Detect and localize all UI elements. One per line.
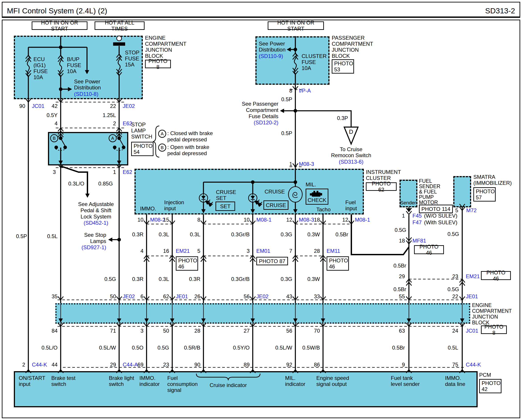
wire-05rb: 0.5R/B [184, 345, 200, 351]
see-power-dist-2-ref[interactable]: (SD110-9) [259, 53, 283, 59]
wire-05br-1: 0.5Br [336, 231, 348, 237]
wire-05g-smatra2: 0.5G [447, 286, 459, 292]
fuse-cluster-label: CLUSTER FUSE 10A [302, 53, 327, 71]
pin-18-mf81: 18 [399, 238, 405, 244]
pcm-engine-speed: Engine speed signal output [316, 375, 349, 387]
ecjb-top-label: ENGINE COMPARTMENT JUNCTION BLOCK [145, 35, 186, 59]
pin-3b: 3 [140, 328, 143, 334]
wire-05p-1: 0.5P [281, 96, 292, 102]
tacho-label: Tacho [316, 206, 330, 212]
see-passenger-fuse-ref[interactable]: (SD120-2) [254, 120, 278, 126]
pin-22-je01: 22 [452, 293, 458, 299]
fuse-ecu-label: ECU (IG1) FUSE 10A [33, 56, 48, 80]
cruise-label: CRUISE [265, 189, 285, 195]
conn-jc01-top: JC01 [32, 103, 44, 109]
pin-70: 70 [314, 328, 320, 334]
mil-label: MIL. [306, 181, 316, 188]
conn-m083-top: M08-3 [299, 161, 314, 167]
cruise-box: CRUISE [263, 200, 288, 210]
triangle-d-label: D [349, 129, 353, 135]
photo-8-band: PHOTO 8 [481, 325, 507, 334]
conn-m081-2: M08-1 [355, 217, 370, 223]
wire-05p-left: 0.5P [16, 233, 27, 239]
pin-1-f45: 1 [402, 213, 405, 219]
conn-m083-bottom: M08-3 [299, 217, 314, 223]
wire-03w-2: 0.3W [307, 276, 320, 282]
wire-03w-1: 0.3W [307, 231, 320, 237]
pin-44: 44 [52, 362, 58, 368]
cruise-set-label: CRUISE SET [216, 189, 236, 201]
pcm-fuel-tank-sender: Fuel tank level sender [391, 375, 420, 387]
switch-b-circle: B [50, 134, 58, 142]
pcm-onstart-input: ON/START input [19, 375, 45, 387]
pin-69: 69 [138, 362, 143, 368]
wire-03r-2: 0.3R [132, 276, 143, 282]
see-adjustable-pedal-ref[interactable]: (SD452-1) [84, 220, 108, 226]
set-box: SET [215, 202, 235, 211]
wire-03g-2: 0.3G [281, 276, 292, 282]
legend-b-text: : Open with brake pedal depressed [167, 144, 209, 157]
photo-62: PHOTO 62 [366, 182, 397, 191]
to-cruise-remocon-ref[interactable]: (SD313-6) [339, 159, 364, 165]
pcm-brake-light-switch: Brake light switch [109, 375, 134, 387]
pin-50b: 50 [163, 328, 169, 334]
conn-ipa: I/P-A [299, 88, 311, 94]
wire-03r-3: 0.3R [189, 276, 200, 282]
pin-62: 62 [163, 293, 169, 299]
conn-m081-1: M08-1 [256, 217, 271, 223]
wire-05br-4: 0.5Br [392, 345, 405, 351]
pin-16: 16 [163, 248, 169, 254]
fuel-sender-label: FUEL SENDER & FUEL PUMP MOTOR [419, 178, 440, 205]
see-power-dist-1-ref[interactable]: (SD110-8) [74, 91, 98, 97]
conn-em01: EM01 [256, 248, 270, 254]
legend-a-circle: A [158, 130, 166, 138]
pin-75: 75 [452, 362, 458, 368]
wire-05lw-2: 0.5L/W [275, 345, 292, 351]
pin-5-m72: 5 [455, 207, 458, 213]
photo-114: PHOTO 114 [419, 205, 453, 213]
legend-a-text: : Closed with brake pedal depressed [167, 130, 213, 143]
wire-03l-2: 0.3L [190, 231, 200, 237]
hot-label-2: HOT AT ALL TIMES [95, 21, 145, 30]
pin-8-cluster: 8 [197, 217, 200, 223]
pin-9: 9 [402, 362, 405, 368]
pin-28b: 28 [194, 328, 200, 334]
see-adjustable-pedal: See Adjustable Pedal & Shift Lock System [78, 201, 114, 220]
pin-8: 8 [289, 88, 292, 94]
wire-05br-3: 0.5Br [393, 286, 406, 292]
pin-4-em: 4 [140, 248, 143, 254]
check-box: CHECK [306, 189, 328, 205]
pin-12-m083: 12 [286, 217, 292, 223]
to-cruise-remocon: To Cruise Remocon Switch [331, 146, 371, 158]
wire-03grb-1: 0.3Gr/B [231, 231, 250, 237]
immo-label: IMMO. [140, 206, 156, 211]
pcjb-label: PASSENGER COMPARTMENT JUNCTION BLOCK [332, 35, 373, 59]
pin-84: 84 [52, 328, 58, 334]
conn-je02-3: JE02 [256, 293, 269, 299]
wire-05p-2: 0.5P [281, 130, 292, 136]
conn-mf81: MF81 [413, 238, 426, 244]
pin-2-e62: 2 [113, 120, 116, 126]
wire-03l-3: 0.3L [159, 276, 169, 282]
pin-28-em: 28 [314, 248, 320, 254]
conn-c44k-1: C44-K [32, 362, 47, 368]
pin-29-c44a: 29 [110, 362, 116, 368]
see-stop-lamps: See Stop Lamps [84, 232, 106, 244]
wire-125l: 1.25L [103, 112, 116, 118]
fuse-stop-label: STOP FUSE 15A [125, 50, 139, 68]
conn-em11: EM11 [327, 248, 340, 254]
pin-15: 15 [163, 217, 169, 223]
pcm-cruise-indicator: Cruise indicator [210, 382, 247, 388]
pin-50-je02: 50 [110, 293, 116, 299]
photo-57: PHOTO 57 [473, 187, 496, 202]
pin-27: 27 [244, 328, 250, 334]
switch-a-circle: A [109, 134, 117, 142]
pcm-immo-indicator: IMMO. indicator [139, 375, 160, 387]
conn-em21-1: EM21 [176, 248, 190, 254]
conn-je01-2: JE01 [466, 293, 478, 299]
pin-2-c44k: 2 [22, 362, 25, 368]
wire-05lo: 0.5L/O [41, 345, 58, 351]
see-stop-lamps-ref[interactable]: (SD927-1) [81, 244, 106, 250]
wire-03grb-2: 0.3Gr/B [231, 276, 250, 282]
pin-10-m081: 10 [244, 217, 250, 223]
